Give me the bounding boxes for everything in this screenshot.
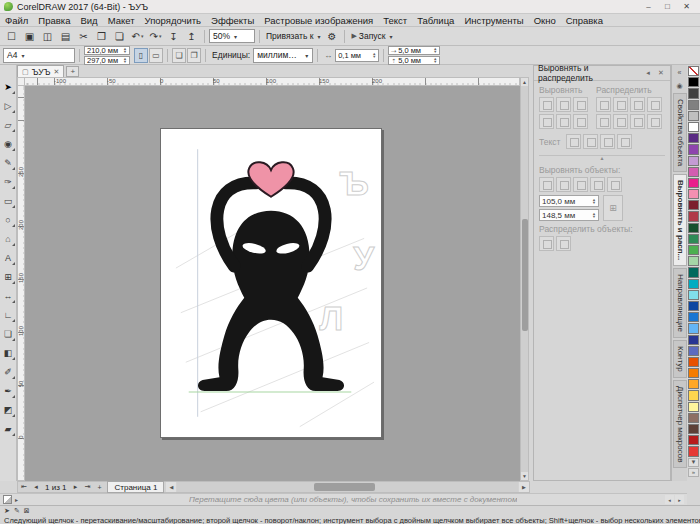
smart-fill-tool[interactable]: ▰: [0, 419, 16, 438]
docpal-scroll-right-icon[interactable]: ▸: [675, 495, 684, 504]
new-document-tab-button[interactable]: +: [66, 66, 79, 77]
align-point-x-field[interactable]: 105,0 мм ▲▼: [539, 195, 599, 207]
horizontal-scroll-thumb[interactable]: [314, 483, 375, 491]
vertical-scroll-thumb[interactable]: [522, 219, 528, 332]
page-center-button[interactable]: [573, 177, 588, 192]
no-color-swatch[interactable]: [688, 66, 699, 76]
drop-shadow-tool[interactable]: ❏: [0, 324, 16, 343]
text-bounding-box-button[interactable]: [600, 134, 615, 149]
specify-point-button[interactable]: ⊞: [603, 195, 623, 221]
color-swatch-28[interactable]: [688, 390, 699, 400]
last-page-icon[interactable]: ⇥: [81, 482, 93, 492]
spinner[interactable]: ▲▼: [433, 47, 437, 53]
distribute-spacing-h-button[interactable]: [630, 97, 645, 112]
minimize-button[interactable]: –: [639, 0, 658, 13]
menu-item-9[interactable]: Инструменты: [459, 14, 528, 27]
distribute-center-v-button[interactable]: [613, 114, 628, 129]
options-gear-button[interactable]: ⚙: [323, 29, 340, 44]
page-edge-button[interactable]: [556, 177, 571, 192]
color-swatch-24[interactable]: [688, 346, 699, 356]
scroll-down-icon[interactable]: ▼: [521, 472, 528, 480]
drawing-canvas[interactable]: ЪУЛ: [25, 86, 520, 481]
color-swatch-16[interactable]: [688, 256, 699, 266]
align-left-button[interactable]: [539, 97, 554, 112]
page-width-field[interactable]: 210,0 мм ▲▼: [84, 46, 130, 55]
color-swatch-14[interactable]: [688, 234, 699, 244]
color-swatch-3[interactable]: [688, 111, 699, 121]
print-button[interactable]: ▤: [57, 29, 74, 44]
canvas-artwork[interactable]: ЪУЛ: [161, 129, 381, 437]
cut-button[interactable]: ✂: [75, 29, 92, 44]
color-swatch-18[interactable]: [688, 279, 699, 289]
palette-scroll-down-icon[interactable]: ▼: [688, 458, 699, 467]
next-page-icon[interactable]: ▸: [69, 482, 81, 492]
align-center-vertical-button[interactable]: [556, 114, 571, 129]
distribute-center-h-button[interactable]: [613, 97, 628, 112]
page-tab[interactable]: Страница 1: [107, 481, 164, 493]
color-swatch-12[interactable]: [688, 211, 699, 221]
color-swatch-23[interactable]: [688, 335, 699, 345]
spinner[interactable]: ▲▼: [123, 47, 127, 53]
pin-docker-icon[interactable]: ◉: [674, 80, 686, 91]
zoom-tool[interactable]: ◉: [0, 134, 16, 153]
document-palette-flyout-icon[interactable]: ▸: [15, 496, 18, 503]
text-last-line-button[interactable]: [583, 134, 598, 149]
docker-tab-2[interactable]: Направляющие: [673, 268, 687, 338]
distribute-top-button[interactable]: [596, 114, 611, 129]
interactive-fill-tool[interactable]: ◩: [0, 400, 16, 419]
color-swatch-26[interactable]: [688, 368, 699, 378]
nudge-distance-field[interactable]: 0,1 мм ▲▼: [335, 49, 379, 62]
color-swatch-31[interactable]: [688, 424, 699, 434]
docker-tab-4[interactable]: Диспетчер макросов: [673, 380, 687, 469]
table-tool[interactable]: ⊞: [0, 267, 16, 286]
color-swatch-15[interactable]: [688, 245, 699, 255]
color-eyedropper-tool[interactable]: ✐: [0, 362, 16, 381]
text-first-line-button[interactable]: [566, 134, 581, 149]
duplicate-x-field[interactable]: ⇢ 5,0 мм ▲▼: [388, 46, 440, 55]
menu-item-11[interactable]: Справка: [561, 14, 608, 27]
align-top-button[interactable]: [539, 114, 554, 129]
specified-point-button[interactable]: [607, 177, 622, 192]
align-right-button[interactable]: [573, 97, 588, 112]
collapse-dockers-icon[interactable]: «: [674, 67, 686, 78]
current-page-size-button[interactable]: ❏: [172, 48, 186, 63]
page[interactable]: ЪУЛ: [160, 128, 382, 438]
transparency-tool[interactable]: ◧: [0, 343, 16, 362]
open-button[interactable]: ▣: [21, 29, 38, 44]
docker-section-divider[interactable]: ▲: [539, 155, 665, 161]
menu-item-8[interactable]: Таблица: [412, 14, 459, 27]
outline-pen-tool[interactable]: ✒: [0, 381, 16, 400]
spinner[interactable]: ▲▼: [592, 198, 596, 204]
color-swatch-25[interactable]: [688, 357, 699, 367]
artistic-media-tool[interactable]: ✑: [0, 172, 16, 191]
add-page-icon[interactable]: +: [93, 482, 105, 492]
color-swatch-9[interactable]: [688, 178, 699, 188]
scroll-up-icon[interactable]: ▲: [521, 78, 528, 86]
import-button[interactable]: ↧: [165, 29, 182, 44]
grid-button[interactable]: [590, 177, 605, 192]
align-bottom-button[interactable]: [573, 114, 588, 129]
ellipse-tool[interactable]: ○: [0, 210, 16, 229]
scroll-right-icon[interactable]: ▶: [519, 482, 529, 492]
maximize-button[interactable]: □: [658, 0, 677, 13]
color-swatch-8[interactable]: [688, 167, 699, 177]
dimension-tool[interactable]: ↔: [0, 286, 16, 305]
align-point-y-field[interactable]: 148,5 мм ▲▼: [539, 209, 599, 221]
first-page-icon[interactable]: ⇤: [18, 482, 30, 492]
crop-tool[interactable]: ▱: [0, 115, 16, 134]
color-swatch-30[interactable]: [688, 413, 699, 423]
distribute-right-button[interactable]: [647, 97, 662, 112]
active-object-button[interactable]: [539, 177, 554, 192]
heart[interactable]: [248, 162, 293, 197]
distribute-bottom-button[interactable]: [647, 114, 662, 129]
menu-item-6[interactable]: Растровые изображения: [259, 14, 378, 27]
polygon-tool[interactable]: ⌂: [0, 229, 16, 248]
distribute-spacing-v-button[interactable]: [630, 114, 645, 129]
document-close-icon[interactable]: ✕: [53, 68, 59, 76]
docker-tab-0[interactable]: Свойства объекта: [673, 93, 687, 172]
color-swatch-27[interactable]: [688, 379, 699, 389]
redo-button[interactable]: ↷▾: [147, 29, 164, 44]
color-swatch-29[interactable]: [688, 402, 699, 412]
menu-item-5[interactable]: Эффекты: [206, 14, 259, 27]
color-swatch-2[interactable]: [688, 100, 699, 110]
